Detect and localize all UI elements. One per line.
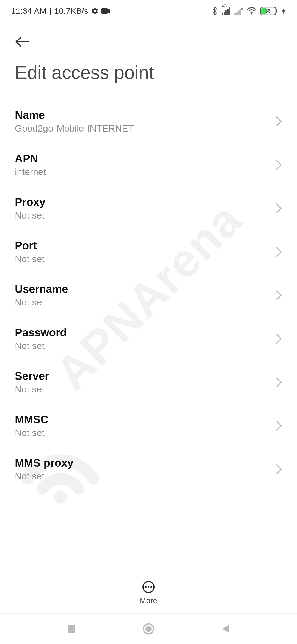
status-speed: 10.7KB/s (54, 6, 88, 16)
setting-row-mmsc[interactable]: MMSC Not set (0, 404, 297, 447)
chevron-right-icon (276, 333, 282, 344)
svg-point-17 (148, 586, 149, 588)
svg-rect-5 (229, 7, 230, 15)
chevron-right-icon (276, 116, 282, 127)
setting-value: Not set (15, 297, 270, 308)
svg-point-21 (145, 626, 152, 632)
svg-point-16 (145, 586, 147, 588)
more-icon (142, 580, 155, 594)
network-type-label: 4G (222, 4, 227, 8)
chevron-right-icon (276, 420, 282, 431)
setting-row-server[interactable]: Server Not set (0, 361, 297, 404)
setting-label: Server (15, 370, 270, 382)
bolt-icon (282, 7, 286, 15)
camera-icon (101, 8, 110, 14)
setting-label: Password (15, 326, 270, 339)
svg-rect-4 (227, 9, 229, 15)
signal-2-icon (234, 7, 243, 15)
setting-label: Username (15, 283, 270, 295)
fade-overlay (0, 556, 297, 572)
svg-rect-6 (234, 13, 236, 15)
setting-row-name[interactable]: Name Good2go-Mobile-INTERNET (0, 100, 297, 143)
svg-rect-2 (224, 12, 225, 15)
setting-value: internet (15, 167, 270, 177)
status-separator: | (49, 6, 51, 16)
setting-value: Not set (15, 471, 270, 482)
setting-value: Not set (15, 253, 270, 264)
chevron-right-icon (276, 290, 282, 301)
setting-row-apn[interactable]: APN internet (0, 143, 297, 187)
svg-rect-19 (68, 625, 75, 633)
status-time: 11:34 AM (11, 6, 46, 16)
status-bar: 11:34 AM | 10.7KB/s 4G 38 (0, 0, 297, 22)
setting-label: MMSC (15, 413, 270, 426)
battery-icon: 38 (260, 7, 278, 15)
circle-icon (142, 623, 155, 635)
setting-label: Name (15, 109, 270, 121)
more-button[interactable]: More (140, 580, 157, 605)
setting-value: Not set (15, 340, 270, 351)
setting-row-port[interactable]: Port Not set (0, 230, 297, 274)
svg-rect-12 (276, 9, 277, 13)
arrow-left-icon (15, 36, 30, 47)
setting-row-username[interactable]: Username Not set (0, 274, 297, 317)
svg-rect-3 (226, 10, 227, 15)
chevron-right-icon (276, 246, 282, 257)
square-icon (67, 624, 76, 634)
chevron-right-icon (276, 464, 282, 475)
setting-label: MMS proxy (15, 457, 270, 469)
svg-point-14 (54, 490, 67, 504)
setting-row-password[interactable]: Password Not set (0, 317, 297, 361)
settings-list: Name Good2go-Mobile-INTERNET APN interne… (0, 89, 297, 491)
triangle-left-icon (221, 624, 230, 634)
back-button[interactable] (15, 33, 32, 51)
gear-icon (91, 7, 99, 15)
setting-value: Not set (15, 210, 270, 221)
signal-1-icon: 4G (222, 7, 230, 15)
page-title: Edit access point (0, 51, 297, 89)
setting-label: Port (15, 239, 270, 252)
wifi-icon (247, 7, 256, 15)
setting-label: APN (15, 152, 270, 165)
setting-label: Proxy (15, 196, 270, 208)
bluetooth-icon (212, 7, 218, 15)
battery-text: 38 (265, 8, 271, 14)
recent-apps-button[interactable] (63, 621, 80, 637)
chevron-right-icon (276, 203, 282, 214)
svg-rect-0 (101, 8, 108, 14)
setting-value: Good2go-Mobile-INTERNET (15, 123, 270, 134)
svg-rect-1 (222, 13, 223, 15)
svg-point-10 (251, 13, 252, 14)
setting-row-mms-proxy[interactable]: MMS proxy Not set (0, 447, 297, 491)
status-bar-left: 11:34 AM | 10.7KB/s (11, 6, 110, 16)
setting-value: Not set (15, 384, 270, 395)
home-button[interactable] (140, 621, 157, 637)
svg-rect-7 (236, 12, 238, 15)
setting-value: Not set (15, 427, 270, 438)
app-bar (0, 22, 297, 51)
back-nav-button[interactable] (217, 621, 234, 637)
system-nav-bar (0, 614, 297, 644)
bottom-action-bar: More (0, 572, 297, 614)
status-bar-right: 4G 38 (212, 7, 286, 15)
svg-point-18 (150, 586, 152, 588)
setting-row-proxy[interactable]: Proxy Not set (0, 187, 297, 230)
svg-rect-8 (238, 10, 240, 15)
more-label: More (140, 596, 157, 605)
chevron-right-icon (276, 159, 282, 170)
chevron-right-icon (276, 377, 282, 388)
